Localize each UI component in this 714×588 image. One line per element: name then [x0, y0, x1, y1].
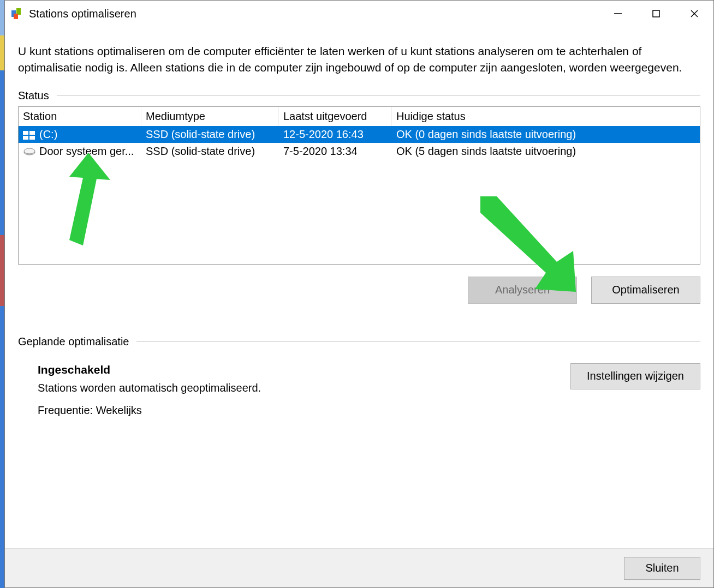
intro-text: U kunt stations optimaliseren om de comp… — [18, 43, 700, 76]
svg-rect-9 — [23, 136, 28, 140]
scheduled-section-header: Geplande optimalisatie — [18, 335, 700, 348]
titlebar: Stations optimaliseren — [5, 1, 713, 27]
maximize-button[interactable] — [637, 1, 675, 27]
col-header-last[interactable]: Laatst uitgevoerd — [279, 107, 392, 126]
analyze-button[interactable]: Analyseren — [468, 277, 577, 304]
windows-drive-icon — [23, 130, 36, 139]
list-row[interactable]: (C:) SSD (solid-state drive) 12-5-2020 1… — [19, 126, 700, 143]
station-status: OK (0 dagen sinds laatste uitvoering) — [392, 126, 700, 143]
svg-rect-10 — [29, 136, 35, 140]
svg-rect-7 — [23, 131, 28, 135]
footer: Sluiten — [5, 548, 713, 587]
scheduled-label: Geplande optimalisatie — [18, 335, 129, 348]
scheduled-frequency: Frequentie: Wekelijks — [38, 404, 261, 417]
station-last: 7-5-2020 13:34 — [279, 143, 392, 160]
close-window-button[interactable] — [675, 1, 713, 27]
divider — [57, 95, 700, 96]
station-last: 12-5-2020 16:43 — [279, 126, 392, 143]
svg-rect-8 — [29, 131, 35, 135]
content-area: U kunt stations optimaliseren om de comp… — [5, 27, 713, 417]
svg-rect-2 — [14, 14, 18, 19]
svg-rect-4 — [653, 10, 659, 17]
drive-icon — [23, 147, 36, 155]
col-header-type[interactable]: Mediumtype — [141, 107, 279, 126]
action-row: Analyseren Optimaliseren — [18, 277, 700, 304]
optimize-button[interactable]: Optimaliseren — [591, 277, 700, 304]
window-controls — [599, 1, 713, 27]
scheduled-text: Ingeschakeld Stations worden automatisch… — [18, 363, 261, 417]
station-type: SSD (solid-state drive) — [141, 126, 279, 143]
minimize-button[interactable] — [599, 1, 637, 27]
status-label: Status — [18, 89, 49, 102]
station-type: SSD (solid-state drive) — [141, 143, 279, 160]
background-strip — [0, 0, 4, 588]
divider — [136, 341, 700, 342]
col-header-status[interactable]: Huidige status — [392, 107, 700, 126]
status-section-header: Status — [18, 89, 700, 102]
drive-listview[interactable]: Station Mediumtype Laatst uitgevoerd Hui… — [18, 106, 700, 265]
change-settings-button[interactable]: Instellingen wijzigen — [570, 363, 700, 389]
station-status: OK (5 dagen sinds laatste uitvoering) — [392, 143, 700, 160]
list-header: Station Mediumtype Laatst uitgevoerd Hui… — [19, 107, 700, 126]
app-icon — [10, 7, 23, 20]
dialog-window: Stations optimaliseren U kunt stations o… — [4, 0, 714, 588]
station-name: (C:) — [39, 128, 57, 141]
scheduled-desc: Stations worden automatisch geoptimalise… — [38, 382, 261, 394]
col-header-station[interactable]: Station — [19, 107, 141, 126]
svg-point-12 — [24, 148, 35, 154]
scheduled-enabled: Ingeschakeld — [38, 363, 261, 376]
scheduled-section: Geplande optimalisatie Ingeschakeld Stat… — [18, 335, 700, 417]
close-button[interactable]: Sluiten — [624, 557, 700, 580]
list-row[interactable]: Door systeem ger... SSD (solid-state dri… — [19, 143, 700, 160]
window-title: Stations optimaliseren — [29, 8, 599, 20]
station-name: Door systeem ger... — [39, 145, 134, 158]
